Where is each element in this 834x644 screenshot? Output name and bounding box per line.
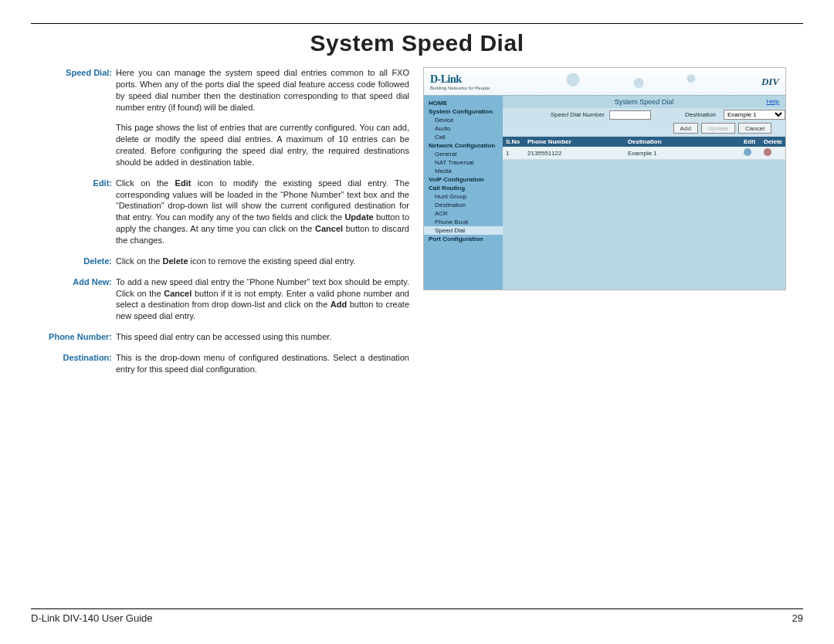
nav-item[interactable]: Call Routing — [424, 184, 503, 192]
page-footer: D-Link DIV-140 User Guide 29 — [31, 608, 803, 624]
edit-icon[interactable] — [744, 148, 751, 156]
cell-phone: 2135551122 — [524, 147, 625, 160]
nav-subitem[interactable]: Speed Dial — [424, 226, 503, 235]
speed-dial-table: S.No Phone Number Destination Edit Delet… — [503, 137, 785, 160]
nav-subitem[interactable]: Device — [424, 116, 503, 124]
def-paragraph: This speed dial entry can be accessed us… — [116, 331, 409, 343]
nav-subitem[interactable]: NAT Traversal — [424, 158, 503, 167]
def-body: Click on the Edit icon to modify the exi… — [116, 178, 409, 246]
embedded-screenshot: D-Link Building Networks for People DIV … — [423, 67, 786, 290]
table-header-row: S.No Phone Number Destination Edit Delet… — [503, 137, 785, 147]
nav-item[interactable]: System Configuration — [424, 107, 503, 116]
section-title-bar: System Speed Dial Help — [503, 96, 785, 108]
nav-subitem[interactable]: Audio — [424, 124, 503, 133]
def-label: Edit: — [31, 178, 116, 246]
th-delete: Delete — [761, 137, 785, 147]
footer-rule — [31, 608, 803, 609]
definitions-column: Speed Dial: Here you can manage the syst… — [31, 67, 409, 385]
destination-select[interactable]: Example 1 — [724, 110, 785, 120]
nav-subitem[interactable]: Media — [424, 167, 503, 175]
def-body: Click on the Delete icon to remove the e… — [116, 256, 409, 267]
cell-delete — [761, 147, 785, 160]
th-edit: Edit — [741, 137, 761, 147]
def-body: Here you can manage the system speed dia… — [116, 67, 409, 168]
brand-logo: D-Link — [430, 73, 490, 86]
def-phone-number: Phone Number: This speed dial entry can … — [31, 331, 409, 343]
top-rule — [31, 23, 803, 24]
brand-block: D-Link Building Networks for People — [430, 73, 490, 90]
def-delete: Delete: Click on the Delete icon to remo… — [31, 256, 409, 267]
def-body: To add a new speed dial entry the “Phone… — [116, 276, 409, 322]
content-area: Speed Dial: Here you can manage the syst… — [31, 67, 803, 385]
shot-header: D-Link Building Networks for People DIV — [424, 68, 785, 96]
cell-dest: Example 1 — [625, 147, 741, 160]
def-label: Destination: — [31, 352, 116, 375]
def-paragraph: This page shows the list of entries that… — [116, 122, 409, 168]
delete-icon[interactable] — [764, 148, 771, 156]
product-code: DIV — [761, 76, 779, 88]
def-add-new: Add New: To add a new speed dial entry t… — [31, 276, 409, 322]
destination-label: Destination — [685, 111, 719, 118]
def-label: Add New: — [31, 276, 116, 322]
table-row: 1 2135551122 Example 1 — [503, 147, 785, 160]
shot-body: HOMESystem ConfigurationDeviceAudioCallN… — [424, 96, 785, 290]
def-label: Phone Number: — [31, 331, 116, 343]
def-paragraph: To add a new speed dial entry the “Phone… — [116, 276, 409, 322]
def-destination: Destination: This is the drop-down menu … — [31, 352, 409, 375]
def-body: This speed dial entry can be accessed us… — [116, 331, 409, 343]
nav-item[interactable]: Port Configuration — [424, 235, 503, 243]
nav-subitem[interactable]: Destination — [424, 201, 503, 209]
cell-edit — [741, 147, 761, 160]
cell-sno: 1 — [503, 147, 524, 160]
def-paragraph: Click on the Delete icon to remove the e… — [116, 256, 409, 267]
def-label: Speed Dial: — [31, 67, 116, 168]
button-row: Add Update Cancel — [503, 121, 785, 137]
update-button[interactable]: Update — [701, 123, 735, 134]
help-link[interactable]: Help — [767, 98, 779, 105]
nav-subitem[interactable]: Phone Book — [424, 218, 503, 226]
def-edit: Edit: Click on the Edit icon to modify t… — [31, 178, 409, 246]
add-button[interactable]: Add — [673, 123, 698, 134]
th-phone: Phone Number — [524, 137, 625, 147]
nav-item[interactable]: HOME — [424, 99, 503, 107]
def-speed-dial: Speed Dial: Here you can manage the syst… — [31, 67, 409, 168]
def-paragraph: This is the drop-down menu of configured… — [116, 352, 409, 375]
side-nav: HOMESystem ConfigurationDeviceAudioCallN… — [424, 96, 503, 290]
footer-guide: D-Link DIV-140 User Guide — [31, 612, 153, 624]
def-body: This is the drop-down menu of configured… — [116, 352, 409, 375]
nav-subitem[interactable]: General — [424, 150, 503, 158]
nav-subitem[interactable]: Hunt Group — [424, 192, 503, 201]
page-title: System Speed Dial — [31, 30, 803, 56]
nav-item[interactable]: VoIP Configuration — [424, 175, 503, 184]
form-row: Speed Dial Number Destination Example 1 — [503, 108, 785, 121]
section-title-text: System Speed Dial — [615, 98, 674, 106]
def-paragraph: Click on the Edit icon to modify the exi… — [116, 178, 409, 246]
footer-line: D-Link DIV-140 User Guide 29 — [31, 612, 803, 624]
speed-dial-input[interactable] — [609, 110, 651, 120]
speed-dial-label: Speed Dial Number — [551, 111, 605, 118]
footer-page-number: 29 — [792, 612, 803, 624]
worldmap-icon — [494, 71, 757, 93]
th-dest: Destination — [625, 137, 741, 147]
th-sno: S.No — [503, 137, 524, 147]
def-paragraph: Here you can manage the system speed dia… — [116, 67, 409, 113]
def-label: Delete: — [31, 256, 116, 267]
nav-subitem[interactable]: ACR — [424, 209, 503, 218]
main-panel: System Speed Dial Help Speed Dial Number… — [503, 96, 785, 290]
nav-subitem[interactable]: Call — [424, 133, 503, 141]
brand-tagline: Building Networks for People — [430, 86, 490, 90]
cancel-button[interactable]: Cancel — [738, 123, 771, 134]
nav-item[interactable]: Network Configuration — [424, 141, 503, 150]
